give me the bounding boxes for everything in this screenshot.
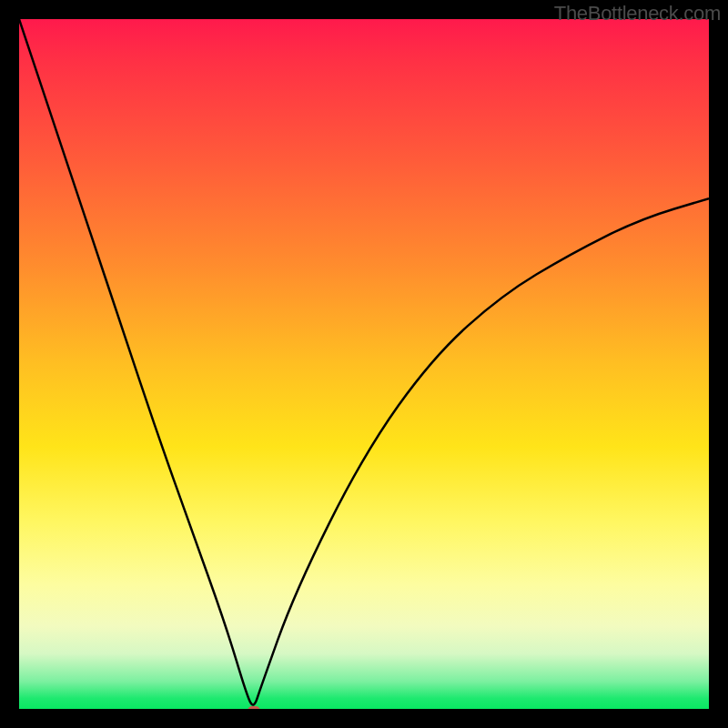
optimal-marker [248, 706, 260, 710]
plot-frame [18, 18, 710, 710]
bottleneck-curve [19, 19, 709, 709]
watermark-text: TheBottleneck.com [554, 2, 721, 25]
curve-line [19, 19, 709, 704]
